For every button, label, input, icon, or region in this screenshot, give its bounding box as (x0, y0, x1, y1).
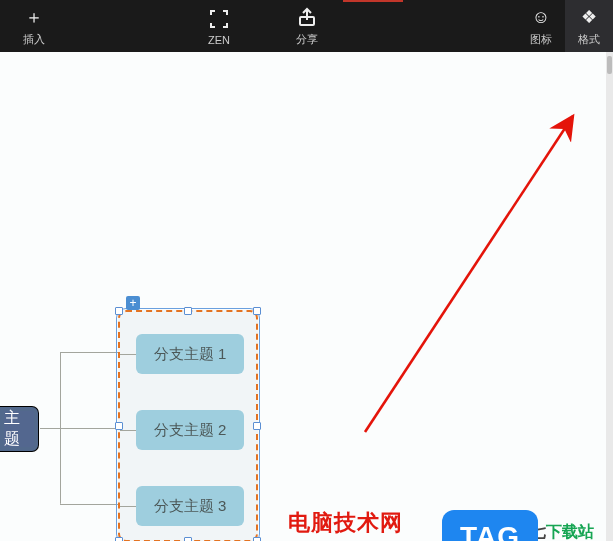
connector-main (40, 428, 60, 429)
toolbar-right-group: ☺ 图标 ❖ 格式 (517, 0, 613, 52)
selection-handle[interactable] (184, 307, 192, 315)
toolbar-center-group: ZEN 分享 (195, 0, 331, 52)
format-button[interactable]: ❖ 格式 (565, 0, 613, 52)
format-label: 格式 (578, 32, 600, 47)
connector-branch-2 (60, 428, 118, 429)
annotation-arrow (355, 110, 585, 440)
smile-glyph: ☺ (532, 7, 550, 28)
selection-handle[interactable] (184, 537, 192, 541)
selection-handle[interactable] (115, 537, 123, 541)
selection-handle[interactable] (253, 422, 261, 430)
central-topic-label: 主题 (4, 408, 30, 450)
insert-label: 插入 (23, 32, 45, 47)
connector-branch-3 (60, 504, 118, 505)
zen-fullscreen-icon (209, 7, 229, 31)
format-glyph: ❖ (581, 6, 597, 28)
share-button[interactable]: 分享 (283, 0, 331, 52)
add-topic-button[interactable]: + (126, 296, 140, 310)
branch-inner-connector (120, 506, 136, 507)
insert-button[interactable]: ＋ 插入 (10, 0, 58, 52)
connector-branch-1 (60, 352, 118, 353)
branch-group-selected[interactable]: + 分支主题 1 分支主题 2 分支主题 3 (118, 310, 258, 541)
branch-topic-node[interactable]: 分支主题 3 (136, 486, 244, 526)
selection-handle[interactable] (253, 307, 261, 315)
central-topic-node[interactable]: 主题 (0, 407, 38, 451)
format-icon: ❖ (581, 5, 597, 29)
plus-glyph: ＋ (25, 5, 43, 29)
share-label: 分享 (296, 32, 318, 47)
branch-inner-connector (120, 430, 136, 431)
branch-inner-connector (120, 354, 136, 355)
site-name-watermark: 电脑技术网 (288, 508, 403, 538)
svg-line-1 (365, 116, 573, 432)
zen-label: ZEN (208, 34, 230, 46)
branch-label: 分支主题 2 (154, 421, 227, 440)
branch-label: 分支主题 1 (154, 345, 227, 364)
branch-topic-node[interactable]: 分支主题 2 (136, 410, 244, 450)
tag-badge: TAG (442, 510, 538, 541)
vertical-scrollbar[interactable] (606, 52, 613, 541)
icons-button[interactable]: ☺ 图标 (517, 0, 565, 52)
share-icon (297, 5, 317, 29)
selection-handle[interactable] (115, 307, 123, 315)
smile-icon: ☺ (532, 5, 550, 29)
toolbar-active-indicator (343, 0, 403, 2)
icons-label: 图标 (530, 32, 552, 47)
app-toolbar: ＋ 插入 ZEN 分享 ☺ 图标 ❖ (0, 0, 613, 52)
plus-small-icon: + (129, 296, 136, 310)
tag-text: TAG (460, 521, 520, 541)
toolbar-left-group: ＋ 插入 (10, 0, 58, 52)
zen-button[interactable]: ZEN (195, 0, 243, 52)
selection-handle[interactable] (253, 537, 261, 541)
scrollbar-thumb[interactable] (607, 56, 612, 74)
xz7-title: 七下载站 (530, 522, 605, 541)
plus-icon: ＋ (25, 5, 43, 29)
branch-topic-node[interactable]: 分支主题 1 (136, 334, 244, 374)
mindmap-canvas[interactable]: 主题 + 分支主题 1 分支主题 2 分支主题 3 (0, 52, 606, 541)
branch-label: 分支主题 3 (154, 497, 227, 516)
xz7-watermark: 七下载站 w.xz7.com (530, 522, 605, 541)
selection-handle[interactable] (115, 422, 123, 430)
